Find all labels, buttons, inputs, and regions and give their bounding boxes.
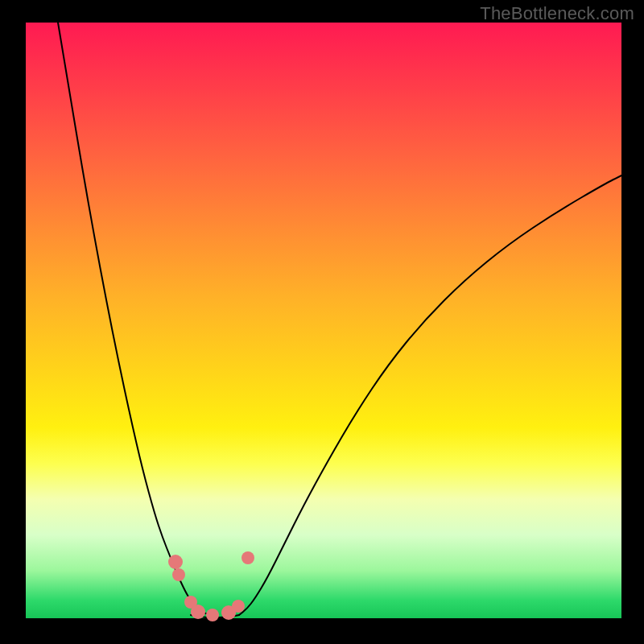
valley-markers — [168, 551, 254, 621]
valley-marker-dot — [168, 555, 183, 569]
valley-marker-dot — [172, 568, 185, 581]
valley-marker-dot — [232, 600, 245, 613]
valley-marker-dot — [206, 609, 219, 621]
valley-marker-dot — [242, 551, 254, 564]
valley-marker-dot — [191, 605, 205, 619]
watermark-text: TheBottleneck.com — [480, 3, 634, 24]
plot-area — [26, 23, 621, 618]
curve-layer — [26, 23, 621, 618]
curve-left-curve — [58, 23, 211, 615]
chart-stage: TheBottleneck.com — [0, 0, 644, 644]
curve-right-curve — [239, 175, 621, 615]
bottleneck-curve — [58, 23, 621, 617]
